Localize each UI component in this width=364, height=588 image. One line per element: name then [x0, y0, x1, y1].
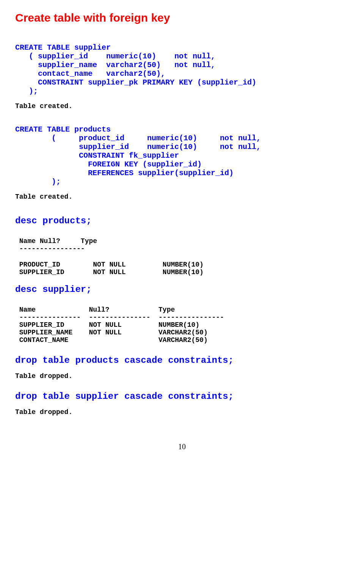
desc-supplier-divider: --------------- --------------- --------… [15, 314, 349, 321]
status-table-created-1: Table created. [15, 102, 349, 110]
drop-products-command: drop table products cascade constraints; [15, 355, 349, 365]
status-table-dropped-2: Table dropped. [15, 408, 349, 416]
desc-products-header: Name Null? Type [15, 237, 349, 245]
create-table-products-code: CREATE TABLE products ( product_id numer… [15, 125, 349, 186]
desc-supplier-rows: SUPPLIER_ID NOT NULL NUMBER(10) SUPPLIER… [15, 321, 349, 344]
desc-products-command: desc products; [15, 216, 349, 226]
create-table-supplier-code: CREATE TABLE supplier ( supplier_id nume… [15, 43, 349, 96]
desc-supplier-header: Name Null? Type [15, 306, 349, 314]
section-heading: Create table with foreign key [15, 11, 349, 24]
desc-products-rows: PRODUCT_ID NOT NULL NUMBER(10) SUPPLIER_… [15, 261, 349, 276]
page-number: 10 [15, 442, 349, 451]
drop-supplier-command: drop table supplier cascade constraints; [15, 391, 349, 401]
status-table-dropped-1: Table dropped. [15, 372, 349, 380]
desc-supplier-command: desc supplier; [15, 284, 349, 295]
desc-products-divider: ---------------- [15, 245, 349, 252]
status-table-created-2: Table created. [15, 193, 349, 201]
